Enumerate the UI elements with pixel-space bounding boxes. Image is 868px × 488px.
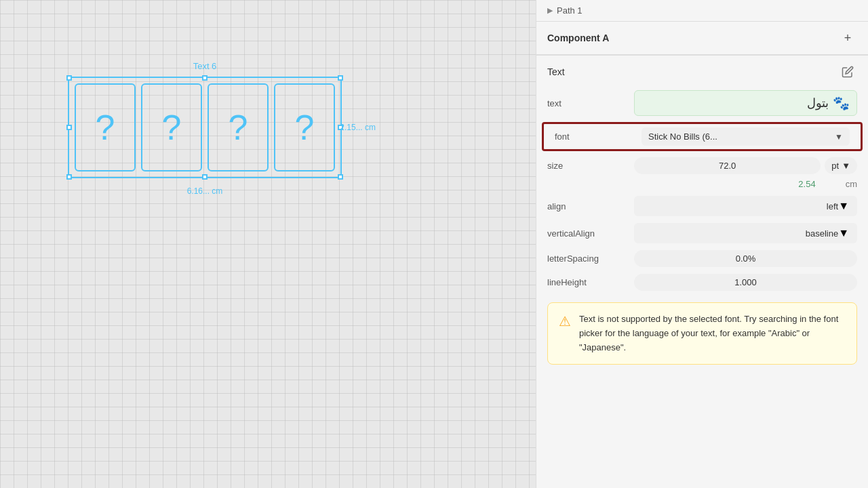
line-height-input[interactable]: 1.000 (634, 274, 857, 291)
add-component-button[interactable]: + (838, 28, 857, 47)
unit-select[interactable]: pt ▼ (825, 157, 857, 174)
size-cm-value: 2.54 (798, 179, 815, 189)
text-property-label: text (547, 98, 629, 108)
unit-dropdown-arrow-icon: ▼ (842, 161, 850, 171)
text-property-row: text بتول 🐾 (536, 87, 868, 119)
vertical-align-dropdown[interactable]: baseline ▼ (634, 223, 857, 243)
vertical-align-label: verticalAlign (547, 228, 629, 239)
section-header-text: Text (536, 56, 868, 87)
vertical-align-value: baseline (642, 228, 838, 239)
align-property-label: align (547, 201, 629, 211)
selection-bounding-box[interactable]: ? ? ? ? 6.16... cm 2.15... cm (68, 77, 342, 178)
font-dropdown-arrow-icon: ▼ (835, 132, 843, 142)
card-item-2[interactable]: ? (141, 83, 202, 171)
question-mark-3: ? (229, 110, 248, 145)
handle-bottom-mid[interactable] (202, 174, 208, 180)
size-container: 72.0 pt ▼ (634, 157, 857, 174)
font-select-value: Stick No Bills (6... (648, 131, 835, 142)
breadcrumb-path: Path 1 (557, 5, 583, 16)
handle-top-right[interactable] (338, 75, 343, 81)
pencil-icon (842, 66, 854, 78)
warning-box: ⚠ Text is not supported by the selected … (547, 302, 857, 365)
handle-top-left[interactable] (66, 75, 72, 81)
component-title: Component A (547, 33, 609, 43)
align-value: left (642, 201, 838, 211)
question-mark-1: ? (96, 110, 115, 145)
align-dropdown-arrow-icon: ▼ (838, 200, 849, 212)
card-item-3[interactable]: ? (208, 83, 269, 171)
size-input[interactable]: 72.0 (634, 157, 821, 174)
vertical-align-dropdown-arrow-icon: ▼ (838, 227, 849, 239)
size-property-row: size 72.0 pt ▼ (536, 154, 868, 178)
handle-bottom-left[interactable] (66, 174, 72, 180)
component-header: Component A + (536, 22, 868, 55)
font-property-row: font Stick No Bills (6... ▼ (542, 122, 863, 151)
question-mark-2: ? (162, 110, 182, 145)
vertical-align-property-row: verticalAlign baseline ▼ (536, 220, 868, 247)
right-panel: ▶ Path 1 Component A + Text text بتول 🐾 … (536, 0, 868, 488)
question-mark-4: ? (295, 110, 315, 145)
align-property-row: align left ▼ (536, 192, 868, 220)
height-label: 2.15... cm (340, 123, 376, 132)
warning-text: Text is not supported by the selected fo… (579, 312, 846, 354)
font-property-label: font (555, 131, 636, 142)
card-item-4[interactable]: ? (274, 83, 335, 171)
handle-mid-left[interactable] (66, 125, 72, 130)
selection-label: Text 6 (68, 61, 342, 71)
text-input-value: بتول (642, 96, 829, 110)
font-select-container[interactable]: Stick No Bills (6... ▼ (642, 127, 850, 146)
align-dropdown[interactable]: left ▼ (634, 196, 857, 216)
letter-spacing-label: letterSpacing (547, 253, 629, 264)
handle-top-mid[interactable] (202, 75, 208, 81)
breadcrumb: ▶ Path 1 (536, 0, 868, 22)
handle-bottom-right[interactable] (338, 174, 343, 180)
letter-spacing-property-row: letterSpacing 0.0% (536, 247, 868, 270)
size-property-label: size (547, 161, 629, 171)
width-label: 6.16... cm (187, 186, 223, 196)
line-height-label: lineHeight (547, 277, 629, 287)
card-item-1[interactable]: ? (75, 83, 136, 171)
size-cm-row: 2.54 cm (536, 178, 868, 192)
section-title-text: Text (547, 66, 565, 77)
breadcrumb-arrow-icon: ▶ (547, 6, 553, 15)
size-cm-unit: cm (846, 179, 857, 189)
paw-icon: 🐾 (833, 95, 850, 111)
line-height-property-row: lineHeight 1.000 (536, 270, 868, 294)
text-input-container[interactable]: بتول 🐾 (634, 90, 857, 116)
edit-text-button[interactable] (838, 62, 857, 81)
warning-icon: ⚠ (559, 313, 571, 354)
canvas-content: Text 6 ? ? ? (0, 0, 536, 488)
unit-value: pt (831, 161, 839, 171)
selection-group: Text 6 ? ? ? (68, 61, 342, 178)
letter-spacing-input[interactable]: 0.0% (634, 250, 857, 267)
canvas-area: Text 6 ? ? ? (0, 0, 536, 488)
